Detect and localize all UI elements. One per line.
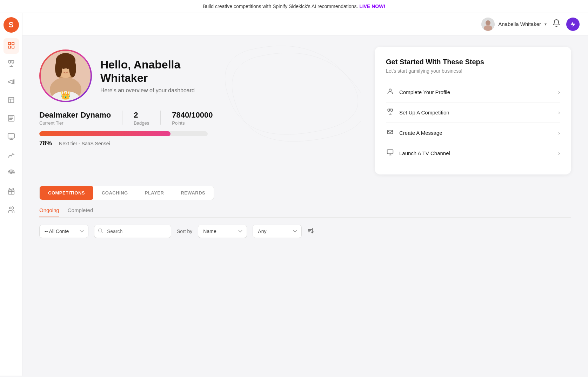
- search-input[interactable]: [94, 225, 171, 238]
- svg-rect-23: [387, 150, 393, 154]
- live-now-cta[interactable]: LIVE NOW!: [359, 4, 385, 9]
- filter-row: -- All Conte Sort by Name Date: [39, 225, 571, 238]
- tier-label: Current Tier: [39, 120, 111, 126]
- monitor-icon: [7, 133, 15, 142]
- points-count: 7840/10000: [172, 111, 213, 120]
- banner-text: Build creative competitions with Spinify…: [203, 4, 358, 9]
- get-started-card: Get Started With These Steps Let's start…: [375, 47, 571, 174]
- chevron-down-icon: ▾: [544, 22, 547, 27]
- badges-stat: 2 Badges: [134, 111, 149, 126]
- step-create-message[interactable]: Create A Message ›: [386, 123, 560, 143]
- step-arrow-3: ›: [558, 130, 560, 136]
- profile-top: 👑 Hello, Anabella Whitaker Here's an ove…: [39, 49, 361, 102]
- sub-tabs: Ongoing Completed: [39, 207, 571, 218]
- svg-point-10: [486, 20, 490, 25]
- svg-rect-1: [12, 42, 14, 44]
- badges-label: Badges: [134, 120, 149, 126]
- get-started-subtitle: Let's start gamifying your business!: [386, 68, 560, 74]
- chart-icon: [7, 151, 15, 160]
- hero-text: Hello, Anabella Whitaker Here's an overv…: [100, 58, 195, 94]
- svg-rect-3: [8, 46, 10, 48]
- progress-pct: 78%: [39, 140, 52, 147]
- step-arrow-4: ›: [558, 150, 560, 157]
- gift-icon: [7, 187, 15, 197]
- step-arrow-1: ›: [558, 89, 560, 95]
- step-create-message-label: Create A Message: [399, 130, 442, 136]
- progress-bar-bg: [39, 131, 208, 136]
- greeting-text: Hello, Anabella Whitaker: [100, 58, 195, 85]
- tier-stat: Dealmaker Dynamo Current Tier: [39, 111, 111, 126]
- svg-point-8: [9, 207, 11, 209]
- subtab-completed[interactable]: Completed: [68, 207, 93, 217]
- tier-badge-emoji: 👑: [60, 90, 71, 100]
- contest-filter[interactable]: -- All Conte: [39, 225, 88, 238]
- bolt-button[interactable]: [566, 18, 580, 31]
- sort-direction-icon[interactable]: [307, 227, 314, 236]
- points-label: Points: [172, 120, 213, 126]
- stat-divider-1: [122, 111, 122, 125]
- sort-label: Sort by: [177, 229, 192, 234]
- sort-select[interactable]: Name Date Status: [198, 225, 247, 238]
- sidebar-item-gift[interactable]: [4, 184, 19, 200]
- sidebar-item-dashboard[interactable]: [4, 38, 19, 54]
- subtab-ongoing[interactable]: Ongoing: [39, 207, 59, 217]
- sidebar-item-people[interactable]: [4, 203, 19, 218]
- notes-icon: [7, 114, 15, 124]
- avatar-ring: 👑: [39, 49, 92, 102]
- bell-icon[interactable]: [552, 19, 561, 29]
- newspaper-icon: [7, 96, 15, 106]
- profile-hero: 👑 Hello, Anabella Whitaker Here's an ove…: [39, 47, 361, 174]
- svg-rect-0: [8, 42, 10, 44]
- step-complete-profile-label: Complete Your Profile: [399, 89, 450, 95]
- svg-point-20: [69, 60, 76, 77]
- points-stat: 7840/10000 Points: [172, 111, 213, 126]
- stat-divider-2: [160, 111, 161, 125]
- user-name: Anabella Whitaker: [498, 21, 541, 27]
- progress-bar-fill: [39, 131, 171, 136]
- tv-icon: [386, 149, 394, 158]
- step-set-up-competition[interactable]: Set Up A Competition ›: [386, 102, 560, 123]
- hero-section: 👑 Hello, Anabella Whitaker Here's an ove…: [39, 47, 571, 174]
- tabs-bar: COMPETITIONS COACHING PLAYER REWARDS: [39, 186, 214, 200]
- dashboard-icon: [7, 41, 15, 51]
- badges-count: 2: [134, 111, 149, 120]
- trophy-icon: [7, 60, 15, 69]
- step-launch-tv[interactable]: Launch A TV Channel ›: [386, 143, 560, 163]
- step-launch-tv-label: Launch A TV Channel: [399, 150, 450, 156]
- sidebar-item-monitor[interactable]: [4, 130, 19, 145]
- svg-point-6: [11, 172, 12, 174]
- sidebar-item-chart[interactable]: [4, 148, 19, 163]
- sidebar-logo[interactable]: S: [4, 17, 19, 33]
- main-area: Anabella Whitaker ▾: [22, 13, 588, 376]
- tab-player[interactable]: PLAYER: [136, 186, 173, 200]
- tab-coaching[interactable]: COACHING: [93, 186, 136, 200]
- step-complete-profile[interactable]: Complete Your Profile ›: [386, 82, 560, 102]
- search-wrap: [94, 225, 171, 238]
- sidebar-item-notes[interactable]: [4, 111, 19, 127]
- competition-icon: [386, 108, 394, 117]
- tier-name: Dealmaker Dynamo: [39, 111, 111, 120]
- step-arrow-2: ›: [558, 110, 560, 116]
- profile-icon: [386, 88, 394, 97]
- next-tier-label: Next tier - SaaS Sensei: [59, 141, 110, 146]
- svg-point-19: [55, 60, 62, 77]
- svg-point-24: [99, 229, 102, 232]
- svg-rect-2: [12, 46, 14, 48]
- step-left-4: Launch A TV Channel: [386, 149, 450, 158]
- tab-competitions[interactable]: COMPETITIONS: [40, 186, 93, 200]
- sidebar-item-trophy[interactable]: [4, 57, 19, 72]
- sidebar-item-newspaper[interactable]: [4, 93, 19, 108]
- any-select[interactable]: Any Active Inactive: [253, 225, 302, 238]
- tab-rewards[interactable]: REWARDS: [172, 186, 214, 200]
- step-left: Complete Your Profile: [386, 88, 450, 97]
- message-icon: [386, 128, 394, 137]
- broadcast-icon: [7, 169, 15, 179]
- content-area: 👑 Hello, Anabella Whitaker Here's an ove…: [22, 35, 588, 376]
- people-icon: [7, 206, 15, 215]
- get-started-title: Get Started With These Steps: [386, 58, 560, 66]
- step-left-3: Create A Message: [386, 128, 442, 137]
- top-banner: Build creative competitions with Spinify…: [0, 0, 588, 13]
- sidebar-item-megaphone[interactable]: [4, 75, 19, 90]
- sidebar-item-broadcast[interactable]: [4, 166, 19, 181]
- user-info[interactable]: Anabella Whitaker ▾: [481, 18, 547, 31]
